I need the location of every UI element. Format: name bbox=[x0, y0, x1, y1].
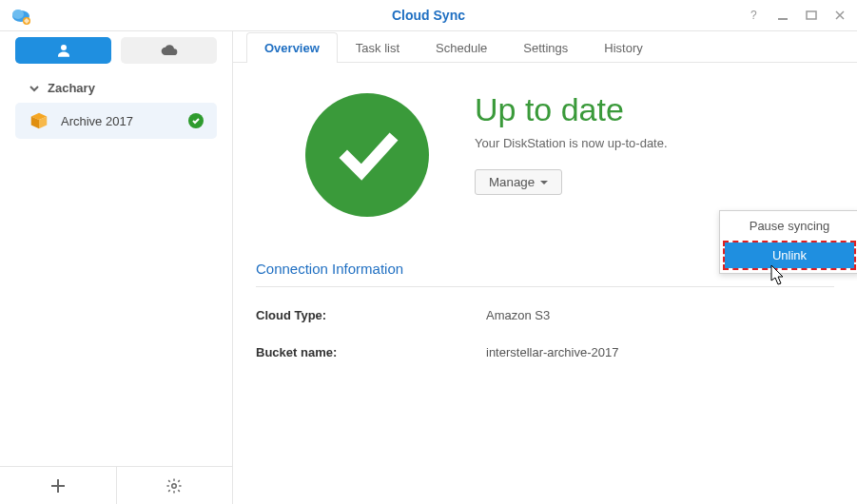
main-tabs: Overview Task list Schedule Settings His… bbox=[233, 31, 857, 63]
status-subheading: Your DiskStation is now up-to-date. bbox=[475, 136, 668, 150]
add-button[interactable] bbox=[0, 467, 116, 504]
minimize-icon[interactable] bbox=[775, 8, 790, 23]
close-icon[interactable] bbox=[832, 8, 847, 23]
svg-point-6 bbox=[61, 45, 67, 50]
user-heading[interactable]: Zachary bbox=[0, 64, 232, 103]
user-icon bbox=[55, 42, 72, 59]
sidebar-tab-user[interactable] bbox=[15, 37, 111, 64]
content-area: Up to date Your DiskStation is now up-to… bbox=[233, 63, 857, 504]
svg-point-7 bbox=[172, 483, 177, 488]
tab-overview[interactable]: Overview bbox=[246, 32, 338, 63]
svg-point-1 bbox=[12, 10, 24, 19]
tab-schedule[interactable]: Schedule bbox=[418, 32, 505, 63]
window-controls: ? bbox=[747, 8, 847, 23]
manage-button-label: Manage bbox=[489, 175, 535, 189]
sidebar-bottom-bar bbox=[0, 466, 232, 504]
chevron-down-icon bbox=[29, 83, 40, 94]
check-large-icon bbox=[333, 121, 401, 189]
check-icon bbox=[191, 116, 201, 126]
sidebar-tab-cloud[interactable] bbox=[121, 37, 217, 64]
box-icon bbox=[29, 110, 49, 131]
sidebar: Zachary Archive 2017 bbox=[0, 31, 233, 504]
info-row-bucket: Bucket name: interstellar-archive-2017 bbox=[256, 339, 834, 377]
tab-history[interactable]: History bbox=[586, 32, 660, 63]
status-heading: Up to date bbox=[475, 91, 668, 128]
manage-button[interactable]: Manage bbox=[475, 169, 562, 195]
maximize-icon[interactable] bbox=[804, 8, 819, 23]
titlebar: Cloud Sync ? bbox=[0, 0, 857, 31]
bucket-label: Bucket name: bbox=[256, 345, 486, 359]
status-ok-badge bbox=[188, 113, 204, 128]
bucket-value: interstellar-archive-2017 bbox=[486, 345, 618, 359]
cloud-type-value: Amazon S3 bbox=[486, 308, 550, 322]
main-panel: Overview Task list Schedule Settings His… bbox=[233, 31, 857, 504]
sidebar-item-label: Archive 2017 bbox=[61, 114, 177, 128]
status-text: Up to date Your DiskStation is now up-to… bbox=[475, 91, 668, 195]
help-icon[interactable]: ? bbox=[747, 8, 762, 23]
user-name: Zachary bbox=[48, 81, 95, 95]
svg-rect-4 bbox=[778, 18, 788, 20]
settings-button[interactable] bbox=[116, 467, 233, 504]
menu-item-pause[interactable]: Pause syncing bbox=[720, 211, 857, 241]
info-row-cloud-type: Cloud Type: Amazon S3 bbox=[256, 302, 834, 339]
tab-settings[interactable]: Settings bbox=[505, 32, 586, 63]
cloud-type-label: Cloud Type: bbox=[256, 308, 486, 322]
svg-text:?: ? bbox=[750, 9, 757, 22]
gear-icon bbox=[166, 477, 183, 494]
tab-tasklist[interactable]: Task list bbox=[338, 32, 418, 63]
menu-item-unlink[interactable]: Unlink bbox=[725, 242, 854, 268]
manage-dropdown: Pause syncing Unlink bbox=[719, 210, 857, 274]
sidebar-tabs bbox=[0, 31, 232, 64]
cloud-icon bbox=[160, 44, 179, 57]
svg-rect-5 bbox=[807, 11, 816, 19]
app-icon bbox=[10, 4, 32, 27]
window-title: Cloud Sync bbox=[0, 8, 857, 23]
plus-icon bbox=[49, 477, 67, 494]
status-circle bbox=[305, 93, 429, 217]
status-row: Up to date Your DiskStation is now up-to… bbox=[256, 91, 834, 217]
menu-item-unlink-highlight: Unlink bbox=[723, 241, 856, 270]
sidebar-item-archive[interactable]: Archive 2017 bbox=[15, 103, 217, 139]
